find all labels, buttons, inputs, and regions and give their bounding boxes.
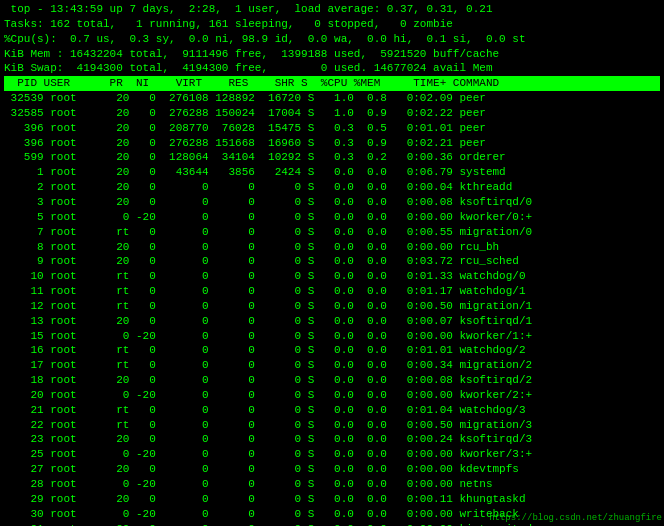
table-row: 28 root 0 -20 0 0 0 S 0.0 0.0 0:00.00 ne… (4, 477, 660, 492)
table-row: 599 root 20 0 128064 34104 10292 S 0.3 0… (4, 150, 660, 165)
header-line: KiB Swap: 4194300 total, 4194300 free, 0… (4, 61, 660, 76)
watermark: https://blog.csdn.net/zhuangfire (489, 512, 662, 524)
table-row: 27 root 20 0 0 0 0 S 0.0 0.0 0:00.00 kde… (4, 462, 660, 477)
table-row: 2 root 20 0 0 0 0 S 0.0 0.0 0:00.04 kthr… (4, 180, 660, 195)
table-row: 17 root rt 0 0 0 0 S 0.0 0.0 0:00.34 mig… (4, 358, 660, 373)
header-section: top - 13:43:59 up 7 days, 2:28, 1 user, … (4, 2, 660, 76)
table-header: PID USER PR NI VIRT RES SHR S %CPU %MEM … (4, 76, 660, 91)
table-row: 10 root rt 0 0 0 0 S 0.0 0.0 0:01.33 wat… (4, 269, 660, 284)
table-row: 22 root rt 0 0 0 0 S 0.0 0.0 0:00.50 mig… (4, 418, 660, 433)
process-list: 32539 root 20 0 276108 128892 16720 S 1.… (4, 91, 660, 526)
header-line: top - 13:43:59 up 7 days, 2:28, 1 user, … (4, 2, 660, 17)
table-row: 32585 root 20 0 276288 150024 17004 S 1.… (4, 106, 660, 121)
header-line: KiB Mem : 16432204 total, 9111496 free, … (4, 47, 660, 62)
table-row: 7 root rt 0 0 0 0 S 0.0 0.0 0:00.55 migr… (4, 225, 660, 240)
header-line: %Cpu(s): 0.7 us, 0.3 sy, 0.0 ni, 98.9 id… (4, 32, 660, 47)
table-row: 13 root 20 0 0 0 0 S 0.0 0.0 0:00.07 kso… (4, 314, 660, 329)
table-row: 12 root rt 0 0 0 0 S 0.0 0.0 0:00.50 mig… (4, 299, 660, 314)
table-row: 3 root 20 0 0 0 0 S 0.0 0.0 0:00.08 ksof… (4, 195, 660, 210)
table-row: 1 root 20 0 43644 3856 2424 S 0.0 0.0 0:… (4, 165, 660, 180)
terminal: top - 13:43:59 up 7 days, 2:28, 1 user, … (0, 0, 664, 526)
table-row: 21 root rt 0 0 0 0 S 0.0 0.0 0:01.04 wat… (4, 403, 660, 418)
table-row: 396 root 20 0 276288 151668 16960 S 0.3 … (4, 136, 660, 151)
table-row: 8 root 20 0 0 0 0 S 0.0 0.0 0:00.00 rcu_… (4, 240, 660, 255)
table-row: 20 root 0 -20 0 0 0 S 0.0 0.0 0:00.00 kw… (4, 388, 660, 403)
table-row: 396 root 20 0 208770 76028 15475 S 0.3 0… (4, 121, 660, 136)
table-row: 25 root 0 -20 0 0 0 S 0.0 0.0 0:00.00 kw… (4, 447, 660, 462)
header-line: Tasks: 162 total, 1 running, 161 sleepin… (4, 17, 660, 32)
table-row: 18 root 20 0 0 0 0 S 0.0 0.0 0:00.08 kso… (4, 373, 660, 388)
table-row: 15 root 0 -20 0 0 0 S 0.0 0.0 0:00.00 kw… (4, 329, 660, 344)
table-row: 11 root rt 0 0 0 0 S 0.0 0.0 0:01.17 wat… (4, 284, 660, 299)
table-row: 5 root 0 -20 0 0 0 S 0.0 0.0 0:00.00 kwo… (4, 210, 660, 225)
table-row: 9 root 20 0 0 0 0 S 0.0 0.0 0:03.72 rcu_… (4, 254, 660, 269)
table-row: 16 root rt 0 0 0 0 S 0.0 0.0 0:01.01 wat… (4, 343, 660, 358)
table-row: 29 root 20 0 0 0 0 S 0.0 0.0 0:00.11 khu… (4, 492, 660, 507)
table-row: 32539 root 20 0 276108 128892 16720 S 1.… (4, 91, 660, 106)
table-row: 23 root 20 0 0 0 0 S 0.0 0.0 0:00.24 kso… (4, 432, 660, 447)
